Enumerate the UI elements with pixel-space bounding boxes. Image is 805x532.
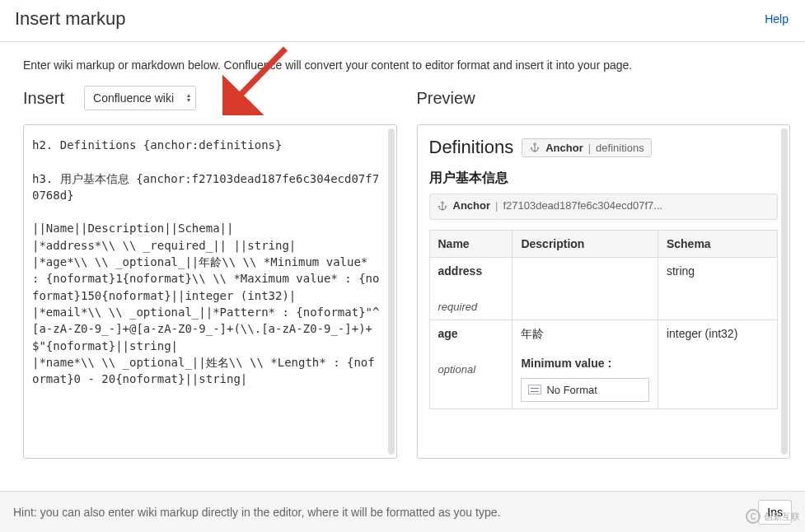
insert-column: Insert Confluence wiki ▴▾ h2. Definition… — [23, 85, 397, 459]
noformat-macro: No Format — [521, 378, 649, 402]
cell-modifier: optional — [438, 363, 504, 376]
anchor-icon — [529, 142, 541, 153]
dialog-title: Insert markup — [15, 8, 126, 30]
cell-name: address — [438, 264, 483, 278]
anchor-macro: Anchor | f27103dead187fe6c304ecd07f7... — [429, 194, 779, 220]
th-schema: Schema — [658, 230, 777, 257]
preview-column: Preview Definitions Anchor | definitions… — [417, 85, 791, 459]
preview-panel: Definitions Anchor | definitions 用户基本信息 — [417, 124, 791, 459]
scrollbar[interactable] — [388, 128, 395, 455]
th-name: Name — [429, 230, 512, 257]
table-row: age optional 年龄 Minimum value : No Forma… — [429, 320, 778, 408]
insert-label: Insert — [23, 89, 64, 108]
cell-modifier: required — [438, 301, 504, 313]
svg-point-0 — [534, 143, 536, 145]
intro-text: Enter wiki markup or markdown below. Con… — [0, 42, 805, 85]
cell-description — [512, 257, 658, 320]
anchor-icon — [437, 200, 448, 212]
cell-description: 年龄 Minimum value : No Format — [512, 320, 658, 408]
preview-table: Name Description Schema address required — [429, 230, 779, 409]
preview-h3: 用户基本信息 — [429, 170, 779, 187]
markup-textarea[interactable]: h2. Definitions {anchor:definitions} h3.… — [24, 125, 396, 458]
cell-name: age — [438, 327, 458, 340]
cell-schema: string — [658, 257, 777, 320]
scrollbar[interactable] — [781, 128, 788, 455]
footer-hint: Hint: you can also enter wiki markup dir… — [13, 506, 500, 519]
markup-type-select[interactable]: Confluence wiki ▴▾ — [84, 86, 196, 110]
preview-label: Preview — [417, 89, 475, 108]
select-arrows-icon: ▴▾ — [187, 93, 190, 103]
cell-schema: integer (int32) — [658, 320, 777, 408]
markup-type-value: Confluence wiki — [93, 91, 174, 105]
table-header-row: Name Description Schema — [429, 230, 778, 257]
dialog-header: Insert markup Help — [0, 0, 805, 42]
insert-button[interactable]: Ins — [758, 500, 792, 525]
th-description: Description — [512, 230, 658, 257]
markup-input-panel: h2. Definitions {anchor:definitions} h3.… — [23, 124, 397, 459]
svg-point-1 — [441, 201, 442, 203]
noformat-icon — [528, 385, 541, 394]
anchor-macro: Anchor | definitions — [522, 138, 651, 157]
table-row: address required string — [429, 257, 778, 320]
preview-h2: Definitions — [429, 137, 514, 158]
help-link[interactable]: Help — [765, 12, 789, 26]
dialog-footer: Hint: you can also enter wiki markup dir… — [0, 491, 805, 532]
